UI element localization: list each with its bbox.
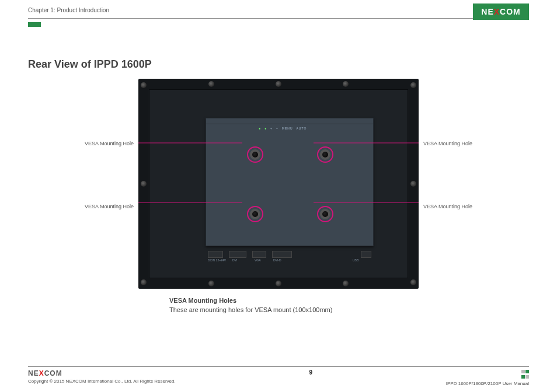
panel-led-strip: ● ● + – MENU AUTO bbox=[259, 127, 307, 130]
rear-panel: ● ● + – MENU AUTO bbox=[206, 118, 374, 246]
port-usb bbox=[361, 251, 371, 258]
port-row: DCIN 12~24V DVI VGA DVI-D USB bbox=[208, 251, 371, 268]
chapter-label: Chapter 1: Product Introduction bbox=[28, 7, 529, 13]
bezel-screw bbox=[208, 81, 214, 87]
callout-label-vesa-bottom-left: VESA Mounting Hole bbox=[58, 204, 134, 209]
footer-right: IPPD 1600P/1800P/2100P User Manual bbox=[446, 369, 529, 386]
port-dc-in bbox=[208, 251, 223, 258]
port-dvi bbox=[229, 251, 246, 258]
bezel-screw bbox=[276, 281, 281, 286]
doc-reference: IPPD 1600P/1800P/2100P User Manual bbox=[446, 381, 529, 386]
panel-button-label: AUTO bbox=[297, 127, 307, 130]
footer-left: NEXCOM Copyright © 2015 NEXCOM Internati… bbox=[28, 369, 176, 384]
led-icon: ● bbox=[259, 127, 261, 130]
device-outer-bezel: ● ● + – MENU AUTO bbox=[138, 79, 419, 289]
logo-text-post: COM bbox=[500, 7, 521, 16]
vesa-hole-top-right bbox=[317, 146, 333, 163]
vesa-hole-top-left bbox=[247, 146, 263, 163]
page-number: 9 bbox=[309, 369, 312, 376]
port-label: DVI-D bbox=[273, 258, 281, 262]
port-vga bbox=[252, 251, 266, 258]
panel-button-label: MENU bbox=[282, 127, 293, 130]
port-label: USB bbox=[353, 258, 358, 262]
device-illustration: ● ● + – MENU AUTO bbox=[138, 79, 419, 289]
callout-label-vesa-bottom-right: VESA Mounting Hole bbox=[423, 204, 499, 209]
caption-block: VESA Mounting Holes These are mounting h… bbox=[169, 297, 557, 313]
vesa-hole-bottom-right bbox=[317, 206, 333, 222]
bezel-screw bbox=[410, 181, 416, 187]
bezel-screw bbox=[343, 81, 349, 87]
header-rule bbox=[28, 18, 529, 19]
port-dvi-d bbox=[272, 251, 292, 258]
bezel-screw bbox=[141, 82, 147, 88]
page-header: Chapter 1: Product Introduction NEXCOM bbox=[0, 0, 557, 27]
panel-top-strip bbox=[206, 118, 373, 124]
page-title: Rear View of IPPD 1600P bbox=[28, 58, 557, 71]
bezel-screw bbox=[410, 82, 416, 88]
port-label: DCIN 12~24V bbox=[208, 258, 226, 262]
caption-title: VESA Mounting Holes bbox=[169, 297, 557, 304]
page-footer: NEXCOM Copyright © 2015 NEXCOM Internati… bbox=[28, 366, 529, 386]
bezel-screw bbox=[141, 181, 147, 187]
bezel-screw bbox=[276, 81, 281, 87]
panel-button-label: + bbox=[270, 127, 273, 130]
bezel-screw bbox=[410, 279, 416, 285]
diagram-row: VESA Mounting Hole VESA Mounting Hole ● bbox=[0, 79, 557, 289]
led-icon: ● bbox=[264, 127, 267, 130]
bezel-screw bbox=[343, 281, 349, 286]
port-label: VGA bbox=[255, 258, 261, 262]
caption-body: These are mounting holes for VESA mount … bbox=[169, 306, 557, 313]
vesa-hole-bottom-left bbox=[247, 206, 263, 222]
brand-logo-bottom: NEXCOM bbox=[28, 369, 176, 377]
callout-label-vesa-top-right: VESA Mounting Hole bbox=[423, 141, 499, 146]
footer-squares-icon bbox=[521, 369, 529, 380]
port-label: DVI bbox=[232, 258, 237, 262]
callout-label-vesa-top-left: VESA Mounting Hole bbox=[58, 141, 134, 146]
logo-text-x: X bbox=[494, 7, 500, 16]
label-column-right: VESA Mounting Hole VESA Mounting Hole bbox=[423, 141, 499, 209]
brand-logo-top: NEXCOM bbox=[473, 4, 529, 20]
device-inner-plate: ● ● + – MENU AUTO bbox=[149, 89, 408, 278]
logo-text-pre: NE bbox=[481, 7, 493, 16]
chapter-accent bbox=[28, 22, 41, 27]
bezel-screw bbox=[208, 281, 214, 286]
label-column-left: VESA Mounting Hole VESA Mounting Hole bbox=[58, 141, 134, 209]
copyright-text: Copyright © 2015 NEXCOM International Co… bbox=[28, 379, 176, 384]
panel-button-label: – bbox=[276, 127, 278, 130]
bezel-screw bbox=[141, 279, 147, 285]
